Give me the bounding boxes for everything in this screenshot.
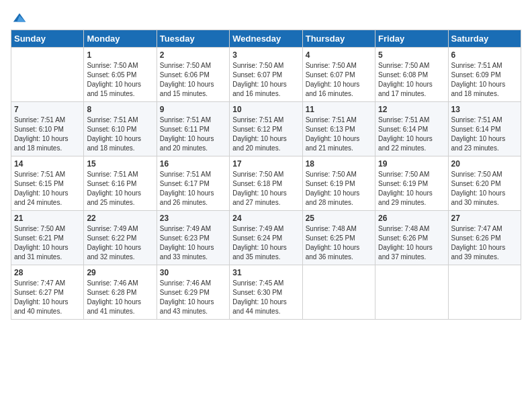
day-cell: 1 Sunrise: 7:50 AMSunset: 6:05 PMDayligh… (84, 48, 157, 102)
day-cell: 16 Sunrise: 7:51 AMSunset: 6:17 PMDaylig… (157, 156, 229, 211)
day-number: 6 (451, 50, 518, 60)
day-info: Sunrise: 7:50 AMSunset: 6:21 PMDaylight:… (14, 225, 69, 261)
day-cell: 7 Sunrise: 7:51 AMSunset: 6:10 PMDayligh… (11, 102, 84, 156)
day-of-week-header: Friday (375, 30, 448, 48)
day-number: 17 (232, 159, 299, 169)
day-of-week-header: Wednesday (230, 30, 302, 48)
week-row: 14 Sunrise: 7:51 AMSunset: 6:15 PMDaylig… (11, 156, 521, 211)
day-cell: 28 Sunrise: 7:47 AMSunset: 6:27 PMDaylig… (11, 265, 84, 320)
page-container: SundayMondayTuesdayWednesdayThursdayFrid… (0, 0, 532, 326)
day-info: Sunrise: 7:51 AMSunset: 6:16 PMDaylight:… (87, 171, 141, 206)
day-cell: 18 Sunrise: 7:50 AMSunset: 6:19 PMDaylig… (302, 156, 375, 211)
day-cell: 3 Sunrise: 7:50 AMSunset: 6:07 PMDayligh… (230, 48, 302, 102)
day-cell: 5 Sunrise: 7:50 AMSunset: 6:08 PMDayligh… (375, 48, 448, 102)
day-number: 7 (14, 105, 81, 114)
day-cell (448, 265, 521, 320)
day-number: 28 (14, 268, 81, 277)
day-info: Sunrise: 7:50 AMSunset: 6:07 PMDaylight:… (306, 62, 360, 97)
day-number: 1 (87, 50, 153, 60)
day-number: 4 (306, 50, 372, 60)
day-number: 20 (451, 159, 518, 169)
day-cell: 30 Sunrise: 7:46 AMSunset: 6:29 PMDaylig… (157, 265, 229, 320)
week-row: 28 Sunrise: 7:47 AMSunset: 6:27 PMDaylig… (11, 265, 521, 320)
header-row: SundayMondayTuesdayWednesdayThursdayFrid… (11, 30, 521, 48)
day-of-week-header: Tuesday (157, 30, 229, 48)
day-info: Sunrise: 7:50 AMSunset: 6:20 PMDaylight:… (451, 171, 506, 206)
day-cell (302, 265, 375, 320)
week-row: 21 Sunrise: 7:50 AMSunset: 6:21 PMDaylig… (11, 211, 521, 265)
day-info: Sunrise: 7:50 AMSunset: 6:19 PMDaylight:… (378, 171, 433, 206)
day-info: Sunrise: 7:50 AMSunset: 6:05 PMDaylight:… (87, 62, 141, 97)
day-info: Sunrise: 7:48 AMSunset: 6:25 PMDaylight:… (306, 225, 360, 261)
week-row: 7 Sunrise: 7:51 AMSunset: 6:10 PMDayligh… (11, 102, 521, 156)
day-info: Sunrise: 7:50 AMSunset: 6:06 PMDaylight:… (160, 62, 214, 97)
day-cell: 14 Sunrise: 7:51 AMSunset: 6:15 PMDaylig… (11, 156, 84, 211)
day-cell: 13 Sunrise: 7:51 AMSunset: 6:14 PMDaylig… (448, 102, 521, 156)
day-info: Sunrise: 7:45 AMSunset: 6:30 PMDaylight:… (232, 279, 287, 315)
day-number: 16 (160, 159, 226, 169)
day-of-week-header: Monday (84, 30, 157, 48)
day-cell: 15 Sunrise: 7:51 AMSunset: 6:16 PMDaylig… (84, 156, 157, 211)
day-info: Sunrise: 7:51 AMSunset: 6:11 PMDaylight:… (160, 116, 214, 152)
day-cell (375, 265, 448, 320)
day-of-week-header: Sunday (11, 30, 84, 48)
day-number: 14 (14, 159, 81, 169)
logo (11, 11, 27, 23)
day-number: 31 (232, 268, 299, 277)
day-cell: 25 Sunrise: 7:48 AMSunset: 6:25 PMDaylig… (302, 211, 375, 265)
day-cell: 10 Sunrise: 7:51 AMSunset: 6:12 PMDaylig… (230, 102, 302, 156)
day-number: 15 (87, 159, 153, 169)
day-info: Sunrise: 7:51 AMSunset: 6:15 PMDaylight:… (14, 171, 69, 206)
day-number: 18 (306, 159, 372, 169)
day-info: Sunrise: 7:51 AMSunset: 6:14 PMDaylight:… (378, 116, 433, 152)
day-number: 25 (306, 214, 372, 223)
day-cell: 19 Sunrise: 7:50 AMSunset: 6:19 PMDaylig… (375, 156, 448, 211)
day-info: Sunrise: 7:50 AMSunset: 6:08 PMDaylight:… (378, 62, 433, 97)
day-cell: 27 Sunrise: 7:47 AMSunset: 6:26 PMDaylig… (448, 211, 521, 265)
day-info: Sunrise: 7:49 AMSunset: 6:23 PMDaylight:… (160, 225, 214, 261)
day-number: 5 (378, 50, 445, 60)
day-number: 23 (160, 214, 226, 223)
day-cell: 9 Sunrise: 7:51 AMSunset: 6:11 PMDayligh… (157, 102, 229, 156)
logo-icon (12, 11, 27, 26)
day-info: Sunrise: 7:49 AMSunset: 6:22 PMDaylight:… (87, 225, 141, 261)
day-number: 11 (306, 105, 372, 114)
day-number: 2 (160, 50, 226, 60)
day-cell: 23 Sunrise: 7:49 AMSunset: 6:23 PMDaylig… (157, 211, 229, 265)
day-number: 27 (451, 214, 518, 223)
week-row: 1 Sunrise: 7:50 AMSunset: 6:05 PMDayligh… (11, 48, 521, 102)
day-cell: 31 Sunrise: 7:45 AMSunset: 6:30 PMDaylig… (230, 265, 302, 320)
day-info: Sunrise: 7:47 AMSunset: 6:26 PMDaylight:… (451, 225, 506, 261)
day-info: Sunrise: 7:51 AMSunset: 6:10 PMDaylight:… (14, 116, 69, 152)
day-info: Sunrise: 7:51 AMSunset: 6:12 PMDaylight:… (232, 116, 287, 152)
day-number: 13 (451, 105, 518, 114)
day-number: 3 (232, 50, 299, 60)
day-cell: 6 Sunrise: 7:51 AMSunset: 6:09 PMDayligh… (448, 48, 521, 102)
day-cell: 24 Sunrise: 7:49 AMSunset: 6:24 PMDaylig… (230, 211, 302, 265)
day-number: 24 (232, 214, 299, 223)
day-number: 8 (87, 105, 153, 114)
day-cell: 22 Sunrise: 7:49 AMSunset: 6:22 PMDaylig… (84, 211, 157, 265)
day-cell: 2 Sunrise: 7:50 AMSunset: 6:06 PMDayligh… (157, 48, 229, 102)
day-info: Sunrise: 7:51 AMSunset: 6:17 PMDaylight:… (160, 171, 214, 206)
day-info: Sunrise: 7:51 AMSunset: 6:13 PMDaylight:… (306, 116, 360, 152)
day-of-week-header: Thursday (302, 30, 375, 48)
day-number: 21 (14, 214, 81, 223)
day-info: Sunrise: 7:51 AMSunset: 6:09 PMDaylight:… (451, 62, 506, 97)
day-number: 29 (87, 268, 153, 277)
day-number: 12 (378, 105, 445, 114)
day-info: Sunrise: 7:46 AMSunset: 6:29 PMDaylight:… (160, 279, 214, 315)
header-section (11, 11, 521, 23)
day-info: Sunrise: 7:48 AMSunset: 6:26 PMDaylight:… (378, 225, 433, 261)
day-info: Sunrise: 7:46 AMSunset: 6:28 PMDaylight:… (87, 279, 141, 315)
day-cell (11, 48, 84, 102)
day-cell: 26 Sunrise: 7:48 AMSunset: 6:26 PMDaylig… (375, 211, 448, 265)
day-info: Sunrise: 7:51 AMSunset: 6:10 PMDaylight:… (87, 116, 141, 152)
day-cell: 29 Sunrise: 7:46 AMSunset: 6:28 PMDaylig… (84, 265, 157, 320)
day-info: Sunrise: 7:47 AMSunset: 6:27 PMDaylight:… (14, 279, 69, 315)
day-number: 9 (160, 105, 226, 114)
day-cell: 12 Sunrise: 7:51 AMSunset: 6:14 PMDaylig… (375, 102, 448, 156)
day-cell: 4 Sunrise: 7:50 AMSunset: 6:07 PMDayligh… (302, 48, 375, 102)
day-number: 26 (378, 214, 445, 223)
calendar-table: SundayMondayTuesdayWednesdayThursdayFrid… (11, 30, 521, 320)
